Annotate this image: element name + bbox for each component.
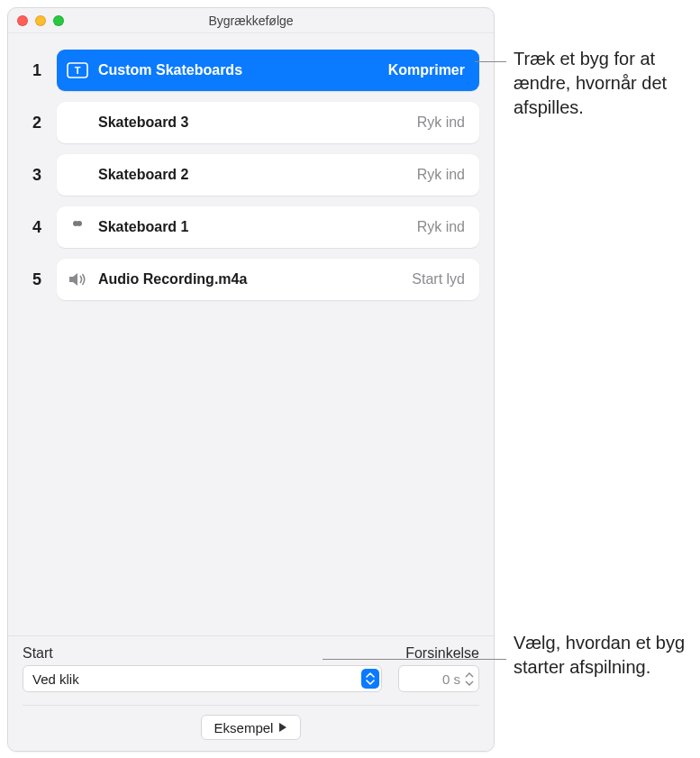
- build-row: 3Skateboard 2Ryk ind: [17, 154, 479, 196]
- window-title: Bygrækkefølge: [8, 14, 494, 28]
- build-number: 3: [17, 166, 57, 185]
- callout-start: Vælg, hvordan et byg starter afspilning.: [514, 631, 689, 680]
- close-window-button[interactable]: [17, 15, 28, 26]
- build-name: Audio Recording.m4a: [98, 271, 403, 288]
- build-row: 1TCustom SkateboardsKomprimer: [17, 50, 479, 91]
- build-action: Komprimer: [388, 62, 465, 78]
- build-order-window: Bygrækkefølge 1TCustom SkateboardsKompri…: [7, 7, 495, 752]
- build-row: 4Skateboard 1Ryk ind: [17, 206, 479, 248]
- bottom-panel: Start Ved klik Forsinkelse 0 s: [8, 635, 494, 751]
- window-controls: [8, 15, 64, 26]
- divider: [23, 705, 479, 706]
- build-row: 5Audio Recording.m4aStart lyd: [17, 259, 479, 300]
- build-name: Skateboard 3: [98, 114, 408, 131]
- svg-text:T: T: [75, 65, 81, 76]
- build-card[interactable]: Skateboard 3Ryk ind: [57, 102, 479, 143]
- image-thumbnail: [66, 114, 89, 131]
- build-card[interactable]: Skateboard 1Ryk ind: [57, 206, 479, 248]
- minimize-window-button[interactable]: [35, 15, 46, 26]
- start-select-value: Ved klik: [32, 671, 79, 687]
- build-name: Skateboard 1: [98, 219, 408, 235]
- build-card[interactable]: Audio Recording.m4aStart lyd: [57, 259, 479, 300]
- build-number: 5: [17, 270, 57, 289]
- image-thumbnail: [66, 219, 89, 235]
- build-card[interactable]: Skateboard 2Ryk ind: [57, 154, 479, 196]
- start-select[interactable]: Ved klik: [23, 665, 382, 692]
- build-card[interactable]: TCustom SkateboardsKomprimer: [57, 50, 479, 91]
- dropdown-chevron-icon: [361, 669, 379, 689]
- titlebar: Bygrækkefølge: [8, 8, 494, 33]
- audio-icon: [66, 271, 89, 288]
- image-thumbnail: [66, 167, 89, 183]
- build-name: Custom Skateboards: [98, 62, 379, 78]
- build-name: Skateboard 2: [98, 167, 408, 183]
- callout-line: [323, 659, 506, 660]
- build-action: Ryk ind: [417, 167, 465, 183]
- zoom-window-button[interactable]: [53, 15, 64, 26]
- stepper-arrows-icon: [464, 671, 477, 687]
- build-number: 2: [17, 114, 57, 132]
- build-list: 1TCustom SkateboardsKomprimer2Skateboard…: [8, 33, 494, 635]
- build-action: Start lyd: [412, 271, 465, 288]
- delay-stepper[interactable]: 0 s: [398, 665, 479, 692]
- callout-line: [475, 61, 506, 62]
- play-icon: [278, 722, 287, 733]
- build-number: 1: [17, 61, 57, 80]
- delay-value: 0 s: [442, 671, 460, 687]
- text-frame-icon: T: [66, 62, 89, 78]
- build-row: 2Skateboard 3Ryk ind: [17, 102, 479, 143]
- build-action: Ryk ind: [417, 219, 465, 235]
- build-action: Ryk ind: [417, 114, 465, 131]
- preview-button[interactable]: Eksempel: [201, 715, 302, 740]
- callout-drag: Træk et byg for at ændre, hvornår det af…: [514, 47, 689, 120]
- preview-button-label: Eksempel: [214, 720, 274, 735]
- build-number: 4: [17, 218, 57, 237]
